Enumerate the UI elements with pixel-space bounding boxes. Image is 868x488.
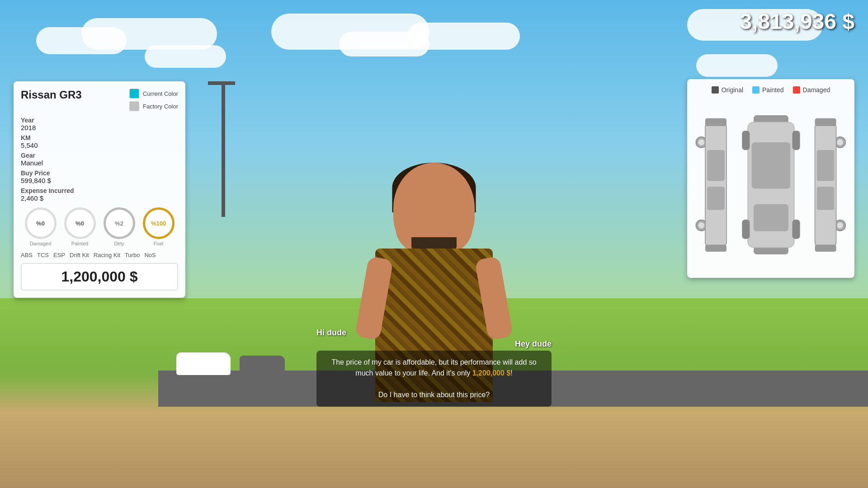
money-amount: 3,813,936 $ xyxy=(740,9,854,33)
svg-rect-13 xyxy=(754,204,788,231)
gauges-row: %0 Damaged %0 Painted %2 Dirty %100 Fuel xyxy=(21,207,178,246)
gauge-damaged-circle: %0 xyxy=(25,207,57,239)
current-color-label: Current Color xyxy=(143,90,178,97)
addon-racing-kit: Racing Kit xyxy=(94,252,120,258)
gauge-painted-circle: %0 xyxy=(64,207,96,239)
svg-rect-8 xyxy=(705,245,726,252)
factory-color-swatch xyxy=(129,101,139,111)
diagram-legend: Original Painted Damaged xyxy=(694,86,847,94)
car-name: Rissan GR3 xyxy=(21,89,82,101)
dialog-speaker-right: Hey dude xyxy=(316,339,552,349)
svg-point-1 xyxy=(698,139,705,145)
svg-rect-6 xyxy=(707,187,725,210)
svg-point-21 xyxy=(837,222,844,229)
svg-rect-15 xyxy=(792,131,800,150)
addon-tcs: TCS xyxy=(37,252,49,258)
car-side-right-svg xyxy=(808,99,847,271)
legend-dot-painted xyxy=(752,86,760,94)
addon-drift-kit: Drift Kit xyxy=(70,252,89,258)
money-display: 3,813,936 $ xyxy=(740,9,854,34)
gauge-damaged-label: Damaged xyxy=(30,241,52,246)
expense-label: Expense Incurred xyxy=(21,187,178,194)
gauge-fuel-circle: %100 xyxy=(143,207,175,239)
dialog-text: The price of my car is affordable, but i… xyxy=(316,351,552,407)
svg-rect-16 xyxy=(742,220,750,239)
year-label: Year xyxy=(21,117,178,124)
car-info-panel: Rissan GR3 Current Color Factory Color Y… xyxy=(14,81,185,298)
current-color-swatch xyxy=(129,89,139,99)
factory-color-indicator: Factory Color xyxy=(129,101,178,111)
km-label: KM xyxy=(21,134,178,141)
svg-rect-7 xyxy=(705,118,726,126)
car-diagram-views xyxy=(694,99,847,271)
legend-dot-damaged xyxy=(793,86,800,94)
legend-damaged-label: Damaged xyxy=(803,86,830,94)
addons-row: ABS TCS ESP Drift Kit Racing Kit Turbo N… xyxy=(21,252,178,258)
color-indicators: Current Color Factory Color xyxy=(129,89,178,111)
year-value: 2018 xyxy=(21,124,178,131)
gauge-dirty: %2 Dirty xyxy=(104,207,135,246)
background-car-white xyxy=(176,352,231,375)
electric-pole xyxy=(222,81,225,217)
sale-price: 1,200,000 $ xyxy=(21,263,178,291)
car-diagram-panel: Original Painted Damaged xyxy=(687,79,854,278)
dialog-box: Hi dude Hey dude The price of my car is … xyxy=(316,328,552,407)
buy-price-row: Buy Price 599,840 $ xyxy=(21,169,178,184)
svg-rect-5 xyxy=(707,150,725,181)
svg-rect-12 xyxy=(751,142,790,189)
current-color-indicator: Current Color xyxy=(129,89,178,99)
gauge-dirty-label: Dirty xyxy=(114,241,124,246)
gauge-damaged: %0 Damaged xyxy=(25,207,57,246)
svg-rect-17 xyxy=(792,220,800,239)
year-row: Year 2018 xyxy=(21,117,178,131)
addon-nos: NoS xyxy=(144,252,156,258)
legend-original: Original xyxy=(712,86,743,94)
svg-rect-26 xyxy=(815,245,836,252)
electric-pole-crossbar xyxy=(208,81,235,85)
km-row: KM 5,540 xyxy=(21,134,178,149)
gauge-fuel-label: Fuel xyxy=(154,241,163,246)
legend-original-label: Original xyxy=(722,86,743,94)
gauge-dirty-circle: %2 xyxy=(104,207,135,239)
svg-point-3 xyxy=(698,222,705,229)
legend-painted-label: Painted xyxy=(762,86,783,94)
addon-abs: ABS xyxy=(21,252,33,258)
svg-rect-4 xyxy=(705,123,726,247)
svg-rect-22 xyxy=(815,123,836,247)
car-side-left-svg xyxy=(694,99,733,271)
expense-value: 2,460 $ xyxy=(21,194,178,202)
gauge-painted-value: %0 xyxy=(75,220,84,227)
gauge-painted: %0 Painted xyxy=(64,207,96,246)
gauge-painted-label: Painted xyxy=(71,241,88,246)
dialog-main-text-after: ! xyxy=(510,369,512,377)
svg-rect-23 xyxy=(817,150,835,181)
buy-price-label: Buy Price xyxy=(21,169,178,177)
dialog-highlight-price: 1,200,000 $ xyxy=(472,369,511,377)
svg-rect-14 xyxy=(742,131,750,150)
gear-value: Manuel xyxy=(21,159,178,167)
legend-painted: Painted xyxy=(752,86,783,94)
factory-color-label: Factory Color xyxy=(143,103,178,110)
car-panel-header: Rissan GR3 Current Color Factory Color xyxy=(21,89,178,111)
buy-price-value: 599,840 $ xyxy=(21,177,178,184)
svg-point-19 xyxy=(837,139,844,145)
addon-esp: ESP xyxy=(53,252,65,258)
km-value: 5,540 xyxy=(21,141,178,149)
gear-label: Gear xyxy=(21,152,178,159)
svg-rect-24 xyxy=(817,187,835,210)
background-car-dark xyxy=(240,356,285,376)
legend-damaged: Damaged xyxy=(793,86,830,94)
expense-row: Expense Incurred 2,460 $ xyxy=(21,187,178,202)
dialog-speaker-left: Hi dude xyxy=(316,328,552,338)
gauge-fuel-value: %100 xyxy=(151,220,166,227)
legend-dot-original xyxy=(712,86,719,94)
gauge-dirty-value: %2 xyxy=(115,220,123,227)
dialog-question: Do I have to think about this price? xyxy=(378,391,490,399)
car-top-view-svg xyxy=(740,99,802,271)
gauge-damaged-value: %0 xyxy=(36,220,45,227)
gear-row: Gear Manuel xyxy=(21,152,178,167)
addon-turbo: Turbo xyxy=(125,252,140,258)
gauge-fuel: %100 Fuel xyxy=(143,207,175,246)
svg-rect-25 xyxy=(815,118,836,126)
